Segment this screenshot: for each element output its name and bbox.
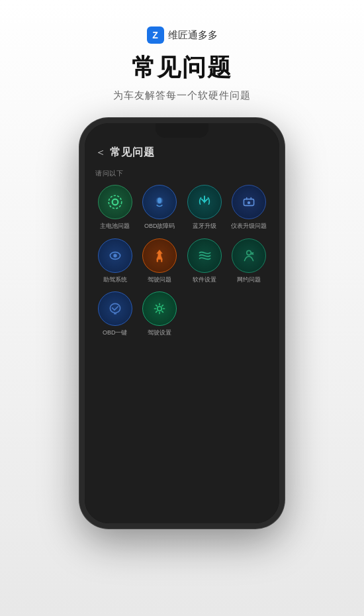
grid-label-1: OBD故障码 (144, 223, 175, 231)
page-subtitle: 为车友解答每一个软硬件问题 (113, 89, 251, 102)
svg-point-0 (112, 199, 118, 205)
svg-point-1 (109, 195, 122, 209)
icon-grid: 主电池问题 OBD故障码 (95, 185, 269, 337)
svg-point-7 (113, 254, 116, 257)
phone-screen: ＜ 常见问题 请问以下 主电池问题 (85, 123, 279, 523)
grid-item-4[interactable]: 助驾系统 (95, 238, 135, 284)
back-arrow-icon: ＜ (95, 146, 106, 160)
grid-item-1[interactable]: OBD故障码 (140, 185, 180, 231)
phone-notch (156, 123, 208, 138)
header-area: Z 维匠通多多 常见问题 为车友解答每一个软硬件问题 (13, 26, 351, 102)
grid-icon-9 (142, 291, 177, 326)
grid-icon-2 (187, 185, 222, 219)
grid-item-8[interactable]: OBD一键 (95, 291, 135, 337)
grid-label-9: 驾驶设置 (148, 329, 171, 337)
grid-icon-4 (98, 238, 132, 273)
grid-icon-1 (142, 185, 177, 219)
svg-point-5 (248, 201, 250, 204)
svg-point-3 (158, 198, 162, 204)
grid-item-3[interactable]: 仪表升级问题 (230, 185, 269, 231)
grid-icon-7 (232, 238, 266, 273)
app-logo-row: Z 维匠通多多 (147, 26, 218, 44)
grid-icon-0 (98, 185, 132, 219)
grid-item-9[interactable]: 驾驶设置 (140, 291, 180, 337)
page-container: Z 维匠通多多 常见问题 为车友解答每一个软硬件问题 ＜ 常见问题 请问以下 (0, 0, 364, 616)
grid-label-6: 软件设置 (193, 276, 216, 284)
grid-label-4: 助驾系统 (103, 276, 127, 284)
grid-label-7: 网约问题 (237, 276, 261, 284)
grid-label-2: 蓝牙升级 (193, 223, 216, 231)
grid-item-5[interactable]: 驾驶问题 (140, 238, 180, 284)
grid-item-7[interactable]: 网约问题 (230, 238, 269, 284)
grid-icon-8 (98, 291, 132, 326)
grid-icon-3 (232, 185, 266, 219)
section-label: 请问以下 (95, 169, 269, 178)
grid-item-0[interactable]: 主电池问题 (95, 185, 135, 231)
grid-label-8: OBD一键 (103, 329, 128, 337)
grid-label-3: 仪表升级问题 (231, 223, 267, 231)
grid-label-0: 主电池问题 (100, 223, 130, 231)
phone-mockup: ＜ 常见问题 请问以下 主电池问题 (79, 118, 285, 529)
app-name: 维匠通多多 (168, 29, 218, 42)
page-title: 常见问题 (132, 52, 232, 84)
grid-icon-5 (142, 238, 177, 273)
grid-item-2[interactable]: 蓝牙升级 (185, 185, 224, 231)
app-icon: Z (147, 26, 164, 44)
grid-icon-6 (187, 238, 222, 273)
grid-label-5: 驾驶问题 (148, 276, 171, 284)
svg-point-8 (247, 250, 251, 255)
back-title-label: 常见问题 (110, 146, 155, 160)
svg-point-9 (158, 307, 162, 311)
grid-item-6[interactable]: 软件设置 (185, 238, 224, 284)
back-nav[interactable]: ＜ 常见问题 (95, 146, 269, 160)
